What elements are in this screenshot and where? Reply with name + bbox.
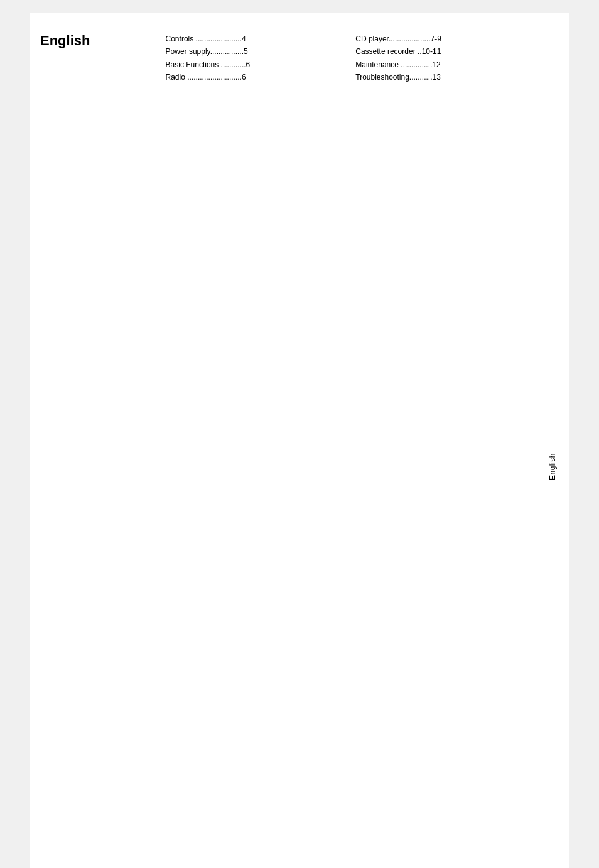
entries-col1: Controls ......................4Power su… xyxy=(162,26,352,869)
entry-item: Controls ......................4 xyxy=(166,33,348,45)
entries-col2: CD player....................7-9Cassette… xyxy=(352,26,542,869)
entry-item: Cassette recorder ..10-11 xyxy=(355,45,538,58)
tab-cell[interactable]: English xyxy=(542,26,563,869)
entry-item: Power supply................5 xyxy=(166,45,348,58)
page: EnglishControls ......................4P… xyxy=(30,13,569,868)
entry-item: Basic Functions ............6 xyxy=(166,58,348,71)
language-row: EnglishControls ......................4P… xyxy=(36,26,563,869)
entry-item: Troubleshooting...........13 xyxy=(355,71,538,83)
entry-item: Maintenance ...............12 xyxy=(355,58,538,71)
language-name-cell: English xyxy=(36,26,162,869)
tab-label[interactable]: English xyxy=(546,33,559,868)
entry-item: Radio ..........................6 xyxy=(166,71,348,83)
entry-item: CD player....................7-9 xyxy=(355,33,538,45)
toc-table: EnglishControls ......................4P… xyxy=(36,26,563,868)
